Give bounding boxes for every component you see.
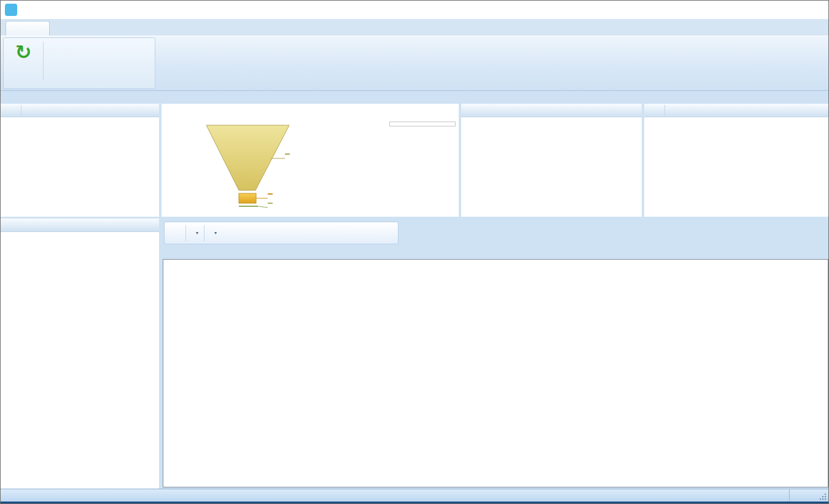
panel-totales bbox=[461, 104, 642, 217]
header-separator bbox=[664, 105, 665, 115]
app-window: ↻ bbox=[0, 0, 829, 504]
save-button[interactable] bbox=[224, 224, 229, 242]
ribbon-body: ↻ bbox=[1, 36, 828, 91]
app-icon bbox=[5, 4, 17, 16]
chevron-down-icon: ▾ bbox=[196, 230, 198, 236]
panel-actividad-header bbox=[644, 104, 829, 117]
toolbar-separator bbox=[204, 225, 204, 241]
totales-lines bbox=[461, 117, 642, 120]
funnel-segment-visitas bbox=[206, 125, 289, 190]
callout-line-ventas bbox=[258, 206, 268, 207]
tab-principal[interactable] bbox=[6, 21, 50, 36]
refresh-icon: ↻ bbox=[6, 41, 41, 64]
panel-actividad bbox=[644, 104, 829, 217]
print-button[interactable] bbox=[219, 224, 224, 242]
panel-general-header bbox=[1, 104, 159, 117]
panel-totales-header bbox=[461, 104, 642, 117]
actualizar-button[interactable]: ↻ bbox=[6, 41, 41, 80]
header-separator bbox=[21, 105, 21, 115]
general-items bbox=[1, 117, 159, 120]
panel-reputacion-header bbox=[1, 219, 159, 232]
statusbar bbox=[1, 489, 828, 504]
funnel-label-visitas bbox=[285, 153, 290, 155]
scatter-chart-button[interactable] bbox=[168, 224, 173, 242]
funnel-chart bbox=[162, 104, 459, 217]
funnel-label-ventas bbox=[268, 203, 273, 204]
area-chart-button[interactable] bbox=[173, 224, 177, 242]
panel-reputacion bbox=[1, 219, 159, 489]
titlebar bbox=[1, 1, 828, 19]
chevron-down-icon: ▾ bbox=[214, 230, 217, 236]
window-title bbox=[93, 1, 736, 19]
reputation-scale bbox=[1, 238, 159, 253]
toolbar-separator bbox=[185, 225, 186, 241]
panel-performance bbox=[162, 104, 459, 217]
funnel-legend bbox=[389, 122, 456, 126]
resize-grip[interactable] bbox=[819, 492, 826, 500]
bar-chart-button[interactable] bbox=[177, 224, 182, 242]
chart-toolbar: ▾ ▾ bbox=[164, 222, 399, 244]
funnel-label-preguntas bbox=[268, 193, 273, 195]
window-bottom-edge bbox=[1, 502, 828, 504]
funnel-segment-preguntas bbox=[239, 193, 256, 203]
ribbon: ↻ bbox=[1, 19, 828, 91]
ribbon-group-archivo: ↻ bbox=[3, 37, 155, 89]
actividad-items bbox=[644, 117, 829, 120]
panel-general bbox=[1, 104, 159, 217]
chart-panel bbox=[163, 259, 828, 487]
ribbon-separator bbox=[43, 42, 44, 80]
statusbar-right-segment bbox=[789, 489, 828, 502]
ribbon-group-label bbox=[4, 79, 155, 88]
paleta-dropdown[interactable]: ▾ bbox=[208, 224, 219, 242]
apariencia-dropdown[interactable]: ▾ bbox=[189, 224, 201, 242]
